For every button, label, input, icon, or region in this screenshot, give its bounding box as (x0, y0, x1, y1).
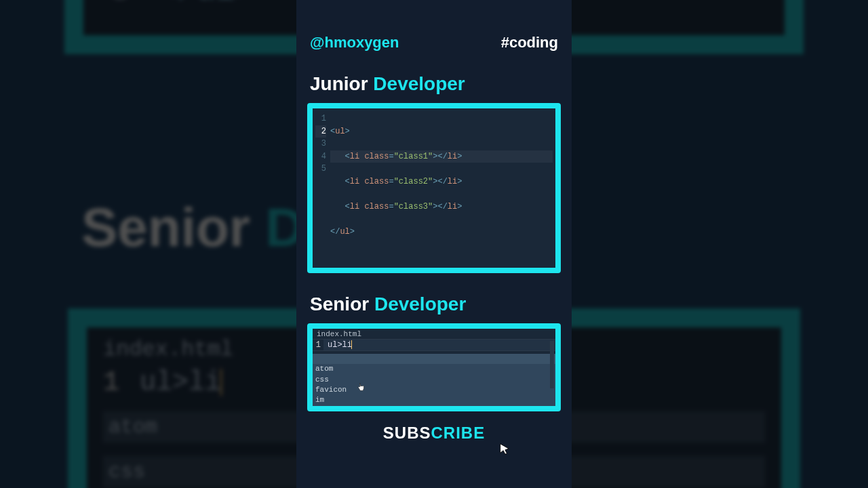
code-lines: <ul> <li class="class1"></li> <li class=… (330, 113, 553, 264)
autocomplete-item[interactable]: im (313, 395, 555, 405)
top-tags: @hmoxygen #coding (307, 34, 561, 70)
junior-code-panel: 1 2 3 4 5 <ul> <li class="class1"></li> … (307, 103, 561, 273)
autocomplete-item[interactable] (313, 354, 555, 364)
gutter: 1 2 3 4 5 (315, 113, 330, 264)
bg-code: ul>li (140, 367, 221, 398)
autocomplete-item[interactable]: favicon (313, 385, 555, 395)
emmet-text: ul>li (328, 340, 352, 350)
autocomplete-item[interactable]: css (313, 375, 555, 385)
junior-heading: Junior Developer (310, 73, 561, 95)
file-tab[interactable]: index.html (313, 329, 555, 339)
autocomplete-item[interactable]: atom (313, 364, 555, 374)
bg-line-number: 5 (111, 0, 130, 9)
senior-code-panel: index.html 1 ul>li atom css favicon im (307, 323, 561, 411)
bg-heading: Senior D (81, 197, 304, 259)
scrollbar[interactable] (550, 341, 554, 388)
handle-link[interactable]: @hmoxygen (310, 34, 399, 52)
autocomplete-popup[interactable]: atom css favicon im (313, 354, 555, 406)
hashtag-link[interactable]: #coding (501, 34, 558, 52)
bg-line-number: 1 (103, 367, 119, 398)
code-line[interactable]: 1 ul>li (313, 339, 555, 351)
bg-code-snippet: </ul> (157, 0, 255, 9)
subscribe-cta[interactable]: SUBSCRIBE (307, 424, 561, 443)
content-column: @hmoxygen #coding Junior Developer 1 2 3… (296, 0, 572, 488)
line-number: 1 (313, 340, 323, 350)
arrow-cursor-icon (498, 443, 511, 455)
senior-heading: Senior Developer (310, 293, 561, 315)
text-caret (351, 340, 352, 349)
